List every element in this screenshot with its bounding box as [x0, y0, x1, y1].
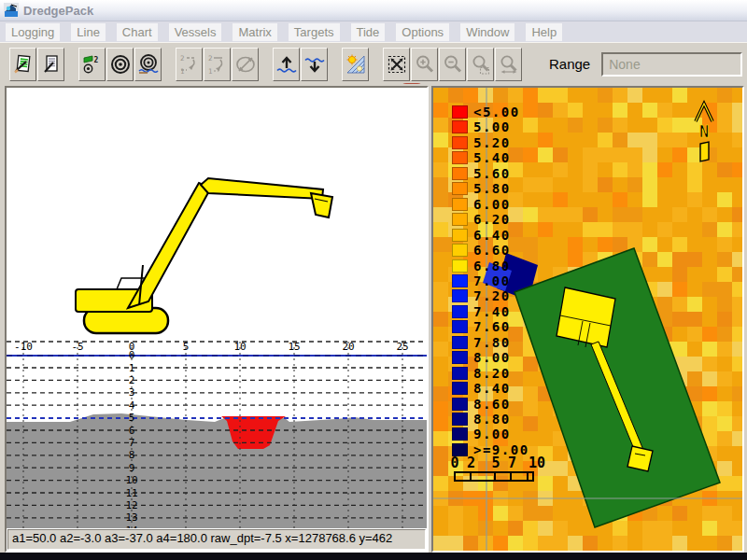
svg-text:7: 7 — [129, 437, 135, 449]
app-icon — [4, 3, 19, 18]
menu-item-help[interactable]: Help — [526, 23, 562, 41]
logging-sheet-button[interactable] — [37, 48, 64, 81]
dredgepack-window: DredgePack LoggingLineChartVesselsMatrix… — [0, 0, 747, 560]
zoom-scale-icon — [498, 53, 520, 76]
target-icon — [109, 53, 132, 76]
zoom-extents-button[interactable] — [383, 48, 410, 81]
svg-text:10: 10 — [233, 341, 246, 353]
excavator-bucket-top — [627, 446, 653, 471]
toolbar-button-group: 22121 — [9, 48, 523, 81]
menu-item-vessels[interactable]: Vessels — [169, 23, 222, 41]
zoom-out-icon — [442, 53, 464, 76]
excavator-bucket — [311, 193, 332, 217]
menu-item-line[interactable]: Line — [71, 23, 106, 41]
line-add-button: 21 — [176, 48, 203, 81]
range-label: Range — [549, 56, 590, 72]
svg-text:-5: -5 — [71, 341, 83, 353]
menu-item-targets[interactable]: Targets — [289, 23, 340, 41]
svg-text:8: 8 — [129, 449, 135, 461]
day-night-button[interactable] — [342, 48, 369, 81]
zoom-in-button — [411, 48, 438, 81]
line-swap-button: 21 — [204, 48, 231, 81]
svg-text:2: 2 — [93, 56, 98, 64]
mark-position-icon: 2 — [81, 53, 104, 76]
profile-view[interactable]: -10-50510152025 0123456789101112131415 — [7, 88, 427, 528]
profile-window[interactable]: -10-50510152025 0123456789101112131415 a… — [5, 86, 429, 553]
toolbar: 22121 Range None — [0, 42, 747, 86]
zoom-out-button — [439, 48, 466, 81]
logging-data-icon — [12, 53, 35, 76]
excavator-cab-top — [557, 287, 615, 347]
svg-text:3: 3 — [129, 386, 135, 399]
line-swap-icon: 21 — [206, 53, 229, 76]
menu-item-tide[interactable]: Tide — [351, 23, 386, 41]
excavator-profile — [76, 178, 332, 333]
matrix-window[interactable]: N <5.005.005.205.405.605.806.006.206.406… — [431, 86, 744, 553]
range-input[interactable]: None — [601, 52, 742, 77]
range-value: None — [609, 57, 640, 72]
zoom-extents-icon — [386, 53, 408, 76]
status-bar: a1=50.0 a2=-3.0 a3=-37.0 a4=180.0 raw_dp… — [7, 529, 426, 550]
tide-up-button[interactable] — [273, 48, 300, 81]
status-text: a1=50.0 a2=-3.0 a3=-37.0 a4=180.0 raw_dp… — [12, 531, 392, 545]
svg-text:15: 15 — [288, 341, 300, 353]
target-float-button[interactable] — [134, 48, 162, 81]
tide-down-icon — [303, 53, 326, 76]
svg-text:11: 11 — [125, 487, 137, 499]
svg-text:0: 0 — [129, 349, 135, 361]
screen-edge — [0, 553, 747, 560]
svg-text:5: 5 — [129, 412, 135, 424]
line-circle-icon — [234, 53, 257, 76]
svg-text:25: 25 — [396, 341, 408, 353]
zoom-scale-button — [495, 48, 522, 81]
north-label: N — [699, 122, 709, 141]
matrix-map[interactable]: N — [433, 88, 744, 553]
target-button[interactable] — [106, 48, 134, 81]
menu-item-window[interactable]: Window — [460, 23, 514, 41]
svg-text:-10: -10 — [14, 341, 33, 353]
svg-text:10: 10 — [125, 474, 137, 486]
menu-item-options[interactable]: Options — [396, 23, 449, 41]
zoom-in-icon — [414, 53, 436, 76]
zoom-window-button — [467, 48, 494, 81]
day-night-icon — [345, 53, 367, 76]
logging-data-button[interactable] — [9, 48, 36, 81]
north-arrow-tail — [700, 142, 709, 161]
menu-item-matrix[interactable]: Matrix — [233, 23, 276, 41]
x-axis-ticks: -10-50510152025 — [14, 341, 409, 353]
window-title: DredgePack — [23, 4, 93, 18]
svg-text:1: 1 — [180, 67, 185, 76]
line-add-icon: 21 — [178, 53, 201, 76]
tide-up-icon — [275, 53, 298, 76]
target-float-icon — [137, 53, 160, 76]
tide-down-button[interactable] — [301, 48, 328, 81]
zoom-window-icon — [470, 53, 492, 76]
menu-bar: LoggingLineChartVesselsMatrixTargetsTide… — [0, 21, 747, 43]
svg-text:5: 5 — [183, 341, 190, 353]
svg-text:9: 9 — [129, 462, 135, 474]
svg-text:2: 2 — [208, 53, 213, 62]
svg-text:12: 12 — [125, 499, 137, 511]
excavator-stick — [201, 178, 323, 199]
svg-text:6: 6 — [129, 425, 135, 437]
logging-sheet-icon — [40, 53, 63, 76]
svg-text:20: 20 — [342, 341, 354, 353]
svg-text:4: 4 — [129, 399, 135, 412]
line-circle-button — [232, 48, 259, 81]
menu-item-logging[interactable]: Logging — [6, 23, 60, 41]
svg-text:1: 1 — [129, 362, 135, 374]
svg-text:13: 13 — [125, 511, 137, 524]
svg-text:2: 2 — [180, 53, 185, 62]
svg-text:14: 14 — [125, 525, 138, 528]
title-bar[interactable]: DredgePack — [0, 0, 747, 21]
svg-text:2: 2 — [129, 374, 135, 386]
menu-item-chart[interactable]: Chart — [117, 23, 158, 41]
mark-position-button[interactable]: 2 — [78, 48, 106, 81]
workspace: -10-50510152025 0123456789101112131415 a… — [0, 84, 747, 553]
svg-text:1: 1 — [208, 67, 213, 76]
